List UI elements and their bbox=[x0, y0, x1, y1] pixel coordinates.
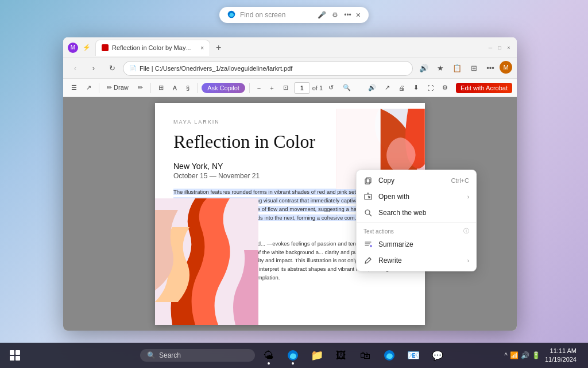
navigation-bar: ‹ › ↻ 📄 File | C:/Users/Onedrivers_1/za/… bbox=[63, 58, 517, 79]
taskbar-teams-app[interactable]: 💬 bbox=[427, 345, 448, 366]
share-button[interactable]: ↗ bbox=[381, 83, 393, 93]
pdf-settings-button[interactable]: ⚙ bbox=[439, 83, 451, 93]
ask-copilot-button[interactable]: Ask Copilot bbox=[202, 83, 245, 93]
search-web-menu-item[interactable]: Search the web bbox=[357, 205, 476, 221]
copy-menu-item[interactable]: Copy Ctrl+C bbox=[357, 172, 476, 189]
tab-area: Reflection in Color by Maya Lark... × + bbox=[95, 40, 482, 56]
new-tab-button[interactable]: + bbox=[212, 41, 225, 54]
zoom-in-button[interactable]: + bbox=[266, 83, 277, 93]
rotate-button[interactable]: ↺ bbox=[325, 83, 337, 93]
svg-rect-5 bbox=[365, 179, 370, 184]
svg-line-9 bbox=[369, 214, 372, 216]
toolbar-separator-3 bbox=[197, 83, 198, 93]
network-icon[interactable]: 📶 bbox=[510, 351, 519, 359]
back-button[interactable]: ‹ bbox=[68, 61, 83, 76]
file-icon: 📄 bbox=[129, 65, 136, 71]
find-on-screen-overlay[interactable]: Find on screen 🎤 ⚙ ••• × bbox=[219, 7, 369, 23]
text-tool-button[interactable]: A bbox=[169, 83, 180, 93]
profile-avatar[interactable]: M bbox=[500, 61, 512, 74]
search-web-icon bbox=[363, 208, 373, 217]
forward-button[interactable]: › bbox=[86, 61, 101, 76]
battery-icon[interactable]: 🔋 bbox=[532, 351, 540, 359]
edge-logo-icon bbox=[227, 10, 235, 20]
taskbar-file-explorer[interactable]: 📁 bbox=[307, 345, 327, 366]
page-navigation: of 1 bbox=[294, 82, 323, 94]
text-actions-label: Text actions bbox=[363, 228, 394, 235]
taskbar-photos-app[interactable]: 🖼 bbox=[331, 345, 351, 366]
close-button[interactable]: × bbox=[505, 44, 512, 51]
search-pdf-button[interactable]: 🔍 bbox=[339, 83, 354, 93]
collections-button[interactable]: 📋 bbox=[450, 61, 465, 76]
toolbar-menu-button[interactable]: ☰ bbox=[68, 83, 80, 93]
open-with-icon bbox=[363, 192, 373, 201]
taskbar-edge-browser[interactable] bbox=[283, 345, 303, 366]
page-number-input[interactable] bbox=[294, 82, 310, 94]
extensions-icon[interactable]: ⚡ bbox=[83, 44, 91, 51]
fit-page-button[interactable]: ⊡ bbox=[280, 83, 292, 93]
print-button[interactable]: 🖨 bbox=[395, 83, 408, 93]
signature-button[interactable]: § bbox=[183, 83, 193, 93]
start-button[interactable] bbox=[5, 345, 25, 366]
minimize-button[interactable]: ─ bbox=[487, 44, 494, 51]
copy-label: Copy bbox=[378, 177, 446, 185]
active-tab[interactable]: Reflection in Color by Maya Lark... × bbox=[95, 40, 210, 56]
open-with-menu-item[interactable]: Open with › bbox=[357, 189, 476, 205]
open-with-label: Open with bbox=[378, 193, 462, 201]
svg-point-10 bbox=[370, 245, 372, 247]
search-web-label: Search the web bbox=[378, 209, 469, 217]
tab-close-button[interactable]: × bbox=[200, 45, 204, 51]
chevron-up-icon[interactable]: ^ bbox=[504, 351, 508, 359]
browser-profile-icon: M bbox=[68, 43, 78, 53]
taskbar-outlook-app[interactable]: 📧 bbox=[403, 345, 424, 366]
browser-settings-button[interactable]: ••• bbox=[483, 61, 498, 76]
text-to-speech-button[interactable]: 🔊 bbox=[365, 83, 380, 93]
draw-tool-button[interactable]: ✏ Draw bbox=[103, 83, 132, 93]
cursor-tool-button[interactable]: ↗ bbox=[83, 83, 95, 93]
taskbar-store-app[interactable]: 🛍 bbox=[355, 345, 376, 366]
more-options-icon[interactable]: ••• bbox=[343, 10, 353, 20]
windows-logo-icon bbox=[10, 350, 20, 361]
rewrite-arrow-icon: › bbox=[467, 258, 469, 264]
zoom-out-button[interactable]: − bbox=[254, 83, 264, 93]
split-screen-button[interactable]: ⊞ bbox=[466, 61, 481, 76]
rewrite-menu-item[interactable]: Rewrite › bbox=[357, 252, 476, 269]
browser-utility-icons: ⚡ bbox=[83, 44, 91, 51]
svg-rect-7 bbox=[365, 194, 372, 200]
two-page-view-button[interactable]: ⊞ bbox=[155, 83, 167, 93]
taskbar-widgets-button[interactable]: 🌤 bbox=[258, 345, 279, 366]
taskbar-right: ^ 📶 🔊 🔋 11:11 AM 11/19/2024 bbox=[504, 347, 583, 365]
volume-icon[interactable]: 🔊 bbox=[521, 351, 529, 359]
right-toolbar-icons: 🔊 ↗ 🖨 ⬇ ⛶ ⚙ bbox=[365, 83, 451, 93]
download-button[interactable]: ⬇ bbox=[410, 83, 422, 93]
menu-separator-1 bbox=[357, 223, 476, 223]
taskbar-center: 🔍 Search 🌤 📁 🖼 🛍 📧 💬 bbox=[140, 345, 448, 366]
find-on-screen-input[interactable]: Find on screen bbox=[240, 11, 312, 19]
browser-action-buttons: 🔊 ★ 📋 ⊞ ••• M bbox=[416, 61, 512, 76]
system-tray: ^ 📶 🔊 🔋 bbox=[504, 351, 540, 359]
search-overlay-actions: 🎤 ⚙ ••• × bbox=[316, 10, 361, 20]
search-close-button[interactable]: × bbox=[356, 10, 361, 20]
address-bar[interactable]: 📄 File | C:/Users/Onedrivers_1/za/lovegu… bbox=[123, 61, 413, 76]
context-menu: Copy Ctrl+C Open with › Search the web T… bbox=[356, 170, 477, 271]
clock-widget[interactable]: 11:11 AM 11/19/2024 bbox=[545, 347, 577, 365]
artwork-bottom-left bbox=[155, 198, 258, 325]
edit-with-acrobat-button[interactable]: Edit with Acrobat bbox=[456, 83, 512, 93]
settings-icon[interactable]: ⚙ bbox=[331, 10, 339, 20]
page-total: of 1 bbox=[312, 85, 323, 91]
copy-icon bbox=[363, 176, 373, 185]
favorites-button[interactable]: ★ bbox=[433, 61, 448, 76]
mic-icon[interactable]: 🎤 bbox=[316, 10, 327, 20]
copy-shortcut: Ctrl+C bbox=[451, 177, 469, 184]
pdf-toolbar: ☰ ↗ ✏ Draw ✏ ⊞ A § Ask Copilot − + ⊡ of … bbox=[63, 79, 517, 97]
summarize-menu-item[interactable]: Summarize bbox=[357, 236, 476, 252]
read-aloud-button[interactable]: 🔊 bbox=[416, 61, 431, 76]
refresh-button[interactable]: ↻ bbox=[105, 61, 119, 76]
current-time: 11:11 AM bbox=[545, 347, 577, 355]
taskbar-search-bar[interactable]: 🔍 Search bbox=[140, 349, 255, 362]
summarize-icon bbox=[363, 240, 373, 249]
maximize-button[interactable]: □ bbox=[496, 44, 503, 51]
taskbar-search-icon: 🔍 bbox=[147, 351, 156, 359]
fullscreen-button[interactable]: ⛶ bbox=[424, 83, 437, 93]
taskbar-edge-app-2[interactable] bbox=[379, 345, 400, 366]
highlight-button[interactable]: ✏ bbox=[134, 83, 146, 93]
